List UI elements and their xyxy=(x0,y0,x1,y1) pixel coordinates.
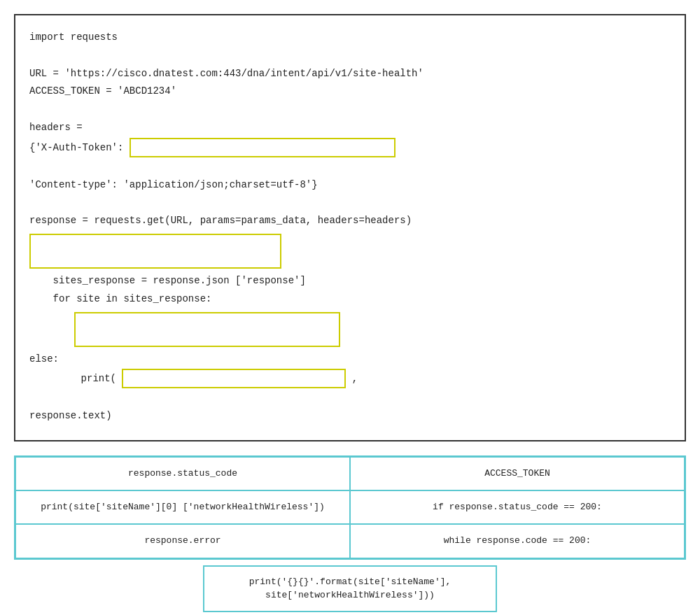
answer-cell-row3-left[interactable]: response.error xyxy=(15,524,350,558)
code-line-blank3 xyxy=(29,159,671,176)
input-block-status[interactable] xyxy=(29,234,281,269)
code-line-15: for site in sites_response: xyxy=(29,291,671,308)
code-line-7: {'X-Auth-Token': xyxy=(29,138,671,157)
code-line-3: URL = 'https://cisco.dnatest.com:443/dna… xyxy=(29,66,671,83)
answer-cell-row1-right[interactable]: ACCESS_TOKEN xyxy=(350,457,685,490)
code-line-19: response.text) xyxy=(29,408,671,425)
code-line-blank2 xyxy=(29,101,671,118)
code-line-blank4 xyxy=(29,195,671,211)
answer-row-3: response.error while response.code == 20… xyxy=(15,524,685,558)
code-block: import requests URL = 'https://cisco.dna… xyxy=(14,14,686,441)
answer-grid: response.status_code ACCESS_TOKEN print(… xyxy=(14,455,686,560)
input-print-wrapper xyxy=(122,369,346,388)
answer-cell-row3-right[interactable]: while response.code == 200: xyxy=(350,524,685,558)
answer-cell-row1-left[interactable]: response.status_code xyxy=(15,457,350,490)
code-line-14: sites_response = response.json ['respons… xyxy=(29,273,671,290)
code-line-9: 'Content-type': 'application/json;charse… xyxy=(29,177,671,194)
input-block-inner[interactable] xyxy=(74,312,340,347)
answer-cell-bottom[interactable]: print('{}{}'.format(site['siteName'], si… xyxy=(203,565,497,612)
answers-section: response.status_code ACCESS_TOKEN print(… xyxy=(14,455,686,612)
input-x-auth-token-wrapper xyxy=(130,138,396,157)
code-line-1: import requests xyxy=(29,29,671,46)
code-line-4: ACCESS_TOKEN = 'ABCD1234' xyxy=(29,83,671,100)
code-line-11: response = requests.get(URL, params=para… xyxy=(29,213,671,229)
code-block-input-blank xyxy=(29,234,671,269)
code-line-blank5 xyxy=(29,390,671,407)
code-block-input-inner xyxy=(29,312,671,347)
input-print[interactable] xyxy=(122,369,346,388)
answer-row-2: print(site['siteName'][0] ['networkHealt… xyxy=(15,490,685,524)
answer-cell-row2-right[interactable]: if response.status_code == 200: xyxy=(350,490,685,524)
answer-row-1: response.status_code ACCESS_TOKEN xyxy=(15,457,685,490)
code-line-18: print( , xyxy=(29,369,671,388)
code-line-17: else: xyxy=(29,351,671,368)
input-x-auth-token[interactable] xyxy=(130,138,396,157)
page-container: import requests URL = 'https://cisco.dna… xyxy=(14,14,686,612)
answer-cell-row2-left[interactable]: print(site['siteName'][0] ['networkHealt… xyxy=(15,490,350,524)
code-line-6: headers = xyxy=(29,120,671,136)
code-line-blank1 xyxy=(29,48,671,64)
